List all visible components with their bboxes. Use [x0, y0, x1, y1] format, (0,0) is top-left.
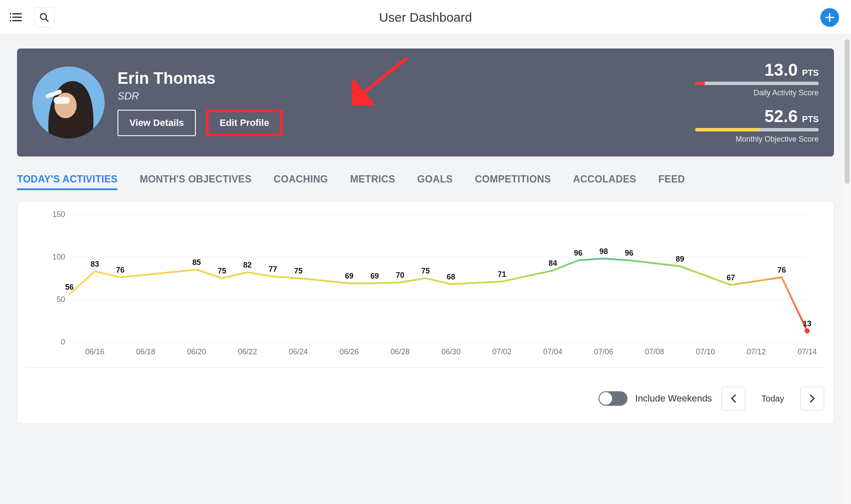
- data-point-label: 98: [599, 247, 608, 256]
- y-tick-label: 50: [48, 295, 65, 304]
- search-button[interactable]: [34, 7, 54, 28]
- data-point-label: 70: [396, 271, 404, 280]
- search-icon: [40, 13, 49, 22]
- daily-score-bar: [695, 82, 819, 85]
- include-weekends-toggle[interactable]: [599, 391, 628, 406]
- activity-chart: 05010015006/1606/1806/2006/2206/2406/260…: [27, 214, 824, 355]
- daily-score-unit: PTS: [802, 68, 819, 77]
- data-point-label: 75: [294, 267, 303, 276]
- data-point-label: 76: [777, 266, 786, 275]
- daily-score-label: Daily Activity Score: [695, 88, 819, 97]
- monthly-score-unit: PTS: [802, 114, 819, 124]
- y-tick-label: 0: [48, 338, 65, 347]
- daily-score: 13.0 PTS Daily Activity Score: [695, 61, 819, 97]
- svg-line-7: [46, 19, 49, 21]
- annotation-arrow-icon: [352, 54, 411, 105]
- plus-icon: [825, 13, 834, 22]
- page-title: User Dashboard: [379, 10, 472, 25]
- chevron-left-icon: [730, 394, 737, 403]
- scrollbar[interactable]: [843, 35, 851, 504]
- data-point-label: 67: [727, 273, 735, 282]
- data-point-label: 89: [676, 255, 684, 264]
- monthly-score: 52.6 PTS Monthly Objective Score: [695, 108, 819, 144]
- top-bar: User Dashboard: [0, 0, 851, 35]
- user-hero: Erin Thomas SDR View Details Edit Profil…: [17, 48, 834, 157]
- svg-line-15: [359, 58, 407, 96]
- next-button[interactable]: [800, 387, 824, 410]
- data-point-label: 13: [803, 319, 811, 328]
- data-point-label: 56: [65, 283, 74, 292]
- tab-feed[interactable]: FEED: [658, 174, 685, 190]
- svg-rect-0: [12, 13, 22, 14]
- data-point-label: 75: [218, 267, 226, 276]
- data-point-label: 76: [116, 266, 125, 275]
- scrollbar-thumb[interactable]: [845, 39, 850, 184]
- edit-profile-button[interactable]: Edit Profile: [206, 110, 283, 136]
- data-point-label: 82: [243, 261, 252, 270]
- svg-rect-5: [10, 20, 11, 21]
- svg-rect-4: [12, 20, 22, 21]
- view-details-button[interactable]: View Details: [117, 110, 196, 136]
- data-point-label: 85: [192, 258, 201, 267]
- svg-point-16: [805, 328, 810, 333]
- score-panel: 13.0 PTS Daily Activity Score 52.6 PTS M…: [695, 61, 819, 144]
- user-role: SDR: [117, 90, 283, 102]
- data-point-label: 83: [91, 260, 99, 269]
- monthly-score-value: 52.6: [765, 107, 798, 125]
- monthly-score-bar: [695, 128, 819, 131]
- svg-rect-1: [10, 13, 11, 14]
- y-tick-label: 150: [48, 210, 65, 219]
- data-point-label: 77: [269, 265, 277, 274]
- tab-competitions[interactable]: COMPETITIONS: [475, 174, 551, 190]
- svg-point-12: [54, 93, 77, 118]
- avatar: [32, 66, 105, 139]
- tab-goals[interactable]: GOALS: [417, 174, 453, 190]
- monthly-score-label: Monthly Objective Score: [695, 135, 819, 144]
- data-point-label: 69: [370, 272, 379, 281]
- y-tick-label: 100: [48, 253, 65, 262]
- data-point-label: 75: [421, 267, 430, 276]
- tab-coaching[interactable]: COACHING: [274, 174, 328, 190]
- data-point-label: 84: [548, 259, 557, 268]
- tab-accolades[interactable]: ACCOLADES: [573, 174, 636, 190]
- today-button[interactable]: Today: [753, 387, 793, 410]
- tab-month-s-objectives[interactable]: MONTH'S OBJECTIVES: [140, 174, 252, 190]
- svg-rect-13: [54, 97, 70, 104]
- tab-metrics[interactable]: METRICS: [350, 174, 395, 190]
- data-point-label: 68: [447, 273, 455, 282]
- user-name: Erin Thomas: [117, 69, 283, 88]
- tab-today-s-activities[interactable]: TODAY'S ACTIVITIES: [17, 174, 117, 190]
- chevron-right-icon: [809, 394, 816, 403]
- data-point-label: 96: [625, 249, 633, 258]
- add-button[interactable]: [820, 8, 839, 27]
- prev-button[interactable]: [722, 387, 745, 410]
- include-weekends-label: Include Weekends: [635, 393, 712, 404]
- data-point-label: 71: [498, 270, 506, 279]
- data-point-label: 96: [574, 249, 582, 258]
- daily-score-value: 13.0: [765, 60, 798, 79]
- svg-rect-2: [12, 17, 22, 18]
- page-body: Erin Thomas SDR View Details Edit Profil…: [0, 35, 851, 504]
- data-point-label: 69: [345, 272, 353, 281]
- svg-rect-3: [10, 17, 11, 18]
- activities-card: 05010015006/1606/1806/2006/2206/2406/260…: [17, 201, 834, 424]
- toggle-knob: [599, 392, 612, 405]
- menu-icon[interactable]: [9, 11, 22, 24]
- tab-bar: TODAY'S ACTIVITIESMONTH'S OBJECTIVESCOAC…: [17, 174, 834, 190]
